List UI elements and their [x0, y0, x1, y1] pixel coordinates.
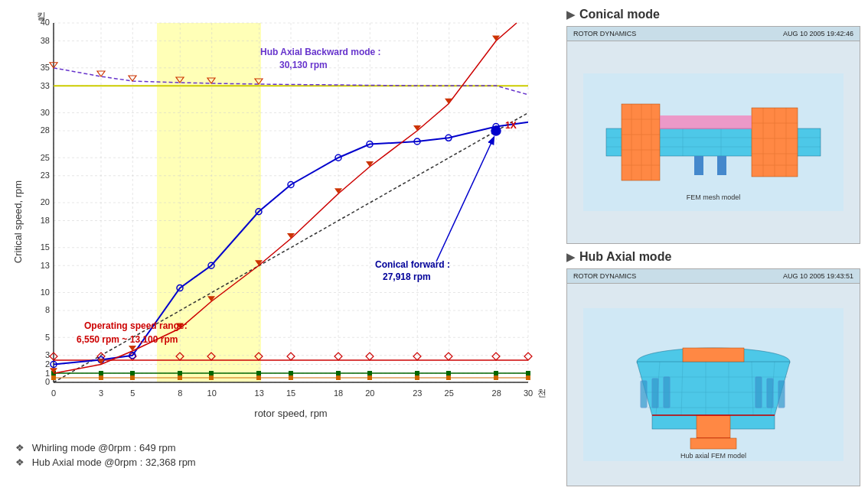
- svg-text:25: 25: [445, 388, 454, 398]
- svg-rect-175: [697, 415, 730, 438]
- hub-axial-img-header-right: AUG 10 2005 19:43:51: [783, 272, 853, 280]
- svg-rect-99: [99, 375, 103, 380]
- svg-text:20: 20: [41, 197, 50, 206]
- x-axis-unit: 천: [537, 388, 547, 398]
- conical-svg: FEM mesh model: [583, 73, 844, 211]
- note2-text: Hub Axial mode @0rpm : 32,368 rpm: [32, 457, 196, 468]
- svg-text:18: 18: [41, 216, 50, 225]
- svg-rect-86: [99, 371, 103, 375]
- svg-rect-159: [660, 115, 752, 129]
- svg-rect-98: [51, 375, 56, 380]
- svg-text:2: 2: [45, 359, 50, 369]
- right-panel: ▶ Conical mode ROTOR DYNAMICS AUG 10 200…: [559, 0, 868, 494]
- svg-text:8: 8: [45, 305, 50, 314]
- svg-text:23: 23: [413, 388, 422, 398]
- hub-axial-img-header: ROTOR DYNAMICS AUG 10 2005 19:43:51: [567, 269, 860, 284]
- left-panel: 0 1 2 3 5 8 10 13 15 18 20 23 25 28 30 3…: [0, 0, 559, 494]
- svg-rect-103: [256, 375, 261, 380]
- svg-rect-108: [446, 375, 451, 380]
- hub-axial-annotation-line1: Hub Axial Backward mode :: [260, 47, 381, 57]
- svg-rect-92: [336, 371, 341, 375]
- conical-img-header-right: AUG 10 2005 19:42:46: [783, 30, 853, 37]
- note1: ❖ Whirling mode @0rpm : 649 rpm: [15, 442, 559, 453]
- svg-text:15: 15: [41, 242, 50, 252]
- svg-text:13: 13: [41, 261, 50, 270]
- x-axis-title: rotor speed, rpm: [254, 408, 327, 419]
- svg-text:18: 18: [334, 388, 343, 398]
- svg-rect-100: [130, 375, 135, 380]
- svg-rect-97: [526, 371, 530, 375]
- svg-text:0: 0: [51, 388, 56, 398]
- svg-text:0: 0: [45, 377, 50, 386]
- conical-mode-image: ROTOR DYNAMICS AUG 10 2005 19:42:46: [566, 26, 860, 244]
- svg-text:20: 20: [365, 388, 374, 398]
- svg-rect-181: [767, 379, 773, 408]
- intersection-point: [491, 126, 501, 135]
- 1x-label: 1X: [505, 120, 517, 131]
- svg-text:33: 33: [41, 81, 50, 90]
- svg-text:28: 28: [492, 388, 501, 398]
- operating-annotation-line2: 6,550 rpm ~ 13,100 rpm: [77, 334, 178, 345]
- hub-axial-img-body: Hub axial FEM model: [567, 284, 860, 486]
- arrow-icon-conical: ▶: [566, 8, 575, 21]
- svg-rect-107: [415, 375, 419, 380]
- note1-text: Whirling mode @0rpm : 649 rpm: [32, 442, 176, 453]
- hub-axial-mode-title: ▶ Hub Axial mode: [566, 250, 860, 264]
- svg-marker-81: [413, 353, 421, 360]
- hub-axial-mode-section: ▶ Hub Axial mode ROTOR DYNAMICS AUG 10 2…: [566, 250, 860, 486]
- conical-mode-section: ▶ Conical mode ROTOR DYNAMICS AUG 10 200…: [566, 8, 860, 244]
- svg-rect-88: [178, 371, 182, 375]
- svg-rect-185: [690, 438, 736, 449]
- svg-marker-80: [366, 353, 374, 360]
- svg-text:13: 13: [255, 388, 264, 398]
- svg-text:1: 1: [45, 369, 50, 378]
- conical-mode-title: ▶ Conical mode: [566, 8, 860, 21]
- svg-text:15: 15: [286, 388, 295, 398]
- conical-img-header-left: ROTOR DYNAMICS: [573, 30, 636, 37]
- svg-text:Hub axial FEM model: Hub axial FEM model: [680, 452, 746, 460]
- svg-rect-180: [755, 377, 762, 408]
- svg-rect-160: [694, 156, 703, 175]
- diamond-icon2: ❖: [15, 457, 24, 468]
- conical-img-body: FEM mesh model: [567, 41, 860, 243]
- hub-axial-img-header-left: ROTOR DYNAMICS: [573, 272, 636, 280]
- svg-text:5: 5: [130, 388, 135, 398]
- svg-rect-102: [209, 375, 214, 380]
- svg-rect-109: [494, 375, 498, 380]
- hub-axial-mode-label: Hub Axial mode: [579, 250, 671, 264]
- svg-rect-87: [130, 371, 135, 375]
- svg-rect-161: [717, 156, 726, 175]
- svg-text:3: 3: [45, 350, 50, 359]
- svg-rect-106: [367, 375, 372, 380]
- svg-rect-89: [209, 371, 214, 375]
- svg-rect-91: [289, 371, 293, 375]
- svg-text:FEM mesh model: FEM mesh model: [687, 193, 741, 201]
- svg-text:30: 30: [524, 388, 533, 398]
- hub-axial-mode-image: ROTOR DYNAMICS AUG 10 2005 19:43:51: [566, 268, 860, 486]
- svg-rect-104: [289, 375, 293, 380]
- svg-text:35: 35: [41, 63, 50, 72]
- arrow-icon-hub: ▶: [566, 251, 575, 263]
- svg-rect-105: [336, 375, 341, 380]
- svg-rect-90: [256, 371, 261, 375]
- chart-container: 0 1 2 3 5 8 10 13 15 18 20 23 25 28 30 3…: [8, 8, 551, 436]
- svg-rect-93: [367, 371, 372, 375]
- y-axis-unit: 킬: [37, 11, 46, 21]
- svg-text:28: 28: [41, 125, 50, 135]
- svg-rect-110: [526, 375, 530, 380]
- svg-marker-83: [492, 353, 500, 360]
- svg-text:8: 8: [178, 388, 182, 398]
- svg-text:25: 25: [41, 153, 50, 162]
- svg-text:10: 10: [207, 388, 217, 398]
- hub-axial-svg: Hub axial FEM model: [583, 308, 844, 461]
- campbell-diagram: 0 1 2 3 5 8 10 13 15 18 20 23 25 28 30 3…: [8, 8, 551, 436]
- svg-rect-177: [641, 381, 647, 408]
- conical-mode-label: Conical mode: [579, 8, 660, 21]
- svg-rect-94: [415, 371, 419, 375]
- hub-axial-annotation-line2: 30,130 rpm: [279, 60, 328, 70]
- footer-notes: ❖ Whirling mode @0rpm : 649 rpm ❖ Hub Ax…: [8, 442, 559, 468]
- svg-rect-179: [664, 377, 670, 408]
- note2: ❖ Hub Axial mode @0rpm : 32,368 rpm: [15, 457, 559, 468]
- svg-rect-101: [178, 375, 182, 380]
- svg-marker-82: [445, 353, 452, 360]
